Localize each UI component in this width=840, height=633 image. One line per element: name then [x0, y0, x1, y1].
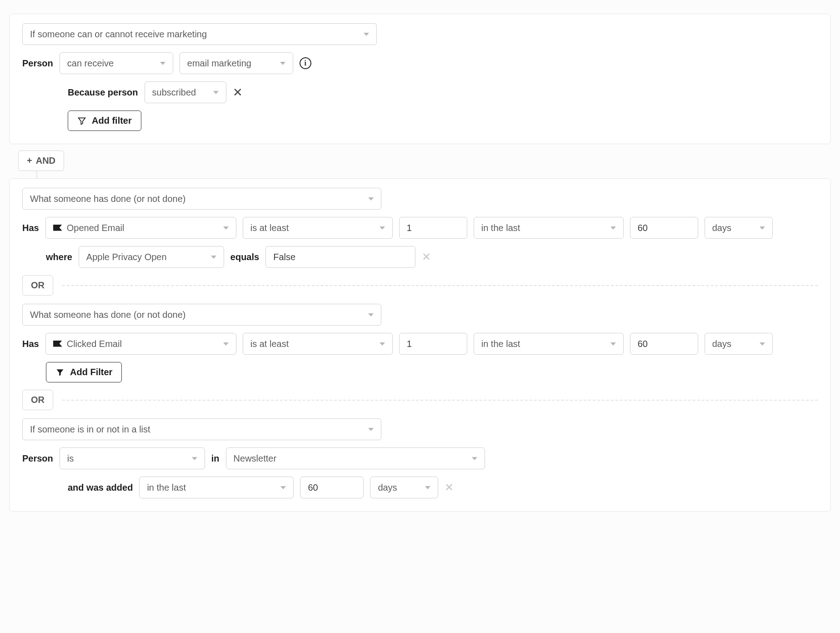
added-label: and was added	[68, 482, 133, 493]
or-separator: OR	[22, 390, 818, 410]
chevron-down-icon	[380, 226, 385, 230]
chevron-down-icon	[223, 226, 229, 230]
chevron-down-icon	[380, 342, 385, 346]
or-separator: OR	[22, 275, 818, 296]
has-label: Has	[22, 223, 39, 233]
person-label: Person	[22, 453, 53, 464]
chevron-down-icon	[760, 342, 765, 346]
in-label: in	[211, 453, 220, 464]
chevron-down-icon	[211, 256, 216, 259]
chevron-down-icon	[368, 313, 374, 316]
or-badge[interactable]: OR	[22, 275, 53, 296]
chevron-down-icon	[368, 428, 374, 431]
range-select[interactable]: in the last	[474, 333, 624, 355]
chevron-down-icon	[280, 62, 285, 65]
chevron-down-icon	[472, 457, 477, 460]
dash-line	[62, 285, 818, 286]
flag-icon	[53, 225, 62, 231]
range-select[interactable]: in the last	[139, 477, 294, 498]
chevron-down-icon	[213, 91, 219, 94]
count-input[interactable]: 1	[399, 333, 467, 355]
chevron-down-icon	[610, 226, 616, 230]
list-select[interactable]: Newsletter	[226, 447, 485, 469]
dash-line	[62, 400, 818, 401]
remove-added-icon[interactable]: ✕	[445, 481, 454, 494]
range-n-input[interactable]: 60	[630, 333, 698, 355]
remove-because-icon[interactable]: ✕	[233, 85, 243, 100]
condition-type-select[interactable]: If someone is in or not in a list	[22, 418, 381, 440]
range-n-input[interactable]: 60	[300, 477, 364, 498]
count-input[interactable]: 1	[399, 217, 467, 239]
and-join-button[interactable]: + AND	[18, 151, 64, 171]
chevron-down-icon	[223, 342, 229, 346]
can-receive-select[interactable]: can receive	[60, 52, 173, 74]
because-label: Because person	[68, 87, 138, 98]
event-select[interactable]: Opened Email	[45, 217, 236, 239]
chevron-down-icon	[280, 486, 286, 489]
condition-type-select[interactable]: What someone has done (or not done)	[22, 304, 381, 326]
condition-group-2: What someone has done (or not done) Has …	[9, 178, 831, 512]
channel-select[interactable]: email marketing	[180, 52, 293, 74]
remove-where-icon[interactable]: ✕	[422, 251, 431, 263]
because-select[interactable]: subscribed	[145, 81, 226, 103]
person-label: Person	[22, 58, 53, 69]
add-filter-button[interactable]: Add filter	[68, 111, 141, 131]
condition-type-label: If someone can or cannot receive marketi…	[30, 29, 357, 40]
flag-icon	[53, 341, 62, 347]
equals-label: equals	[230, 252, 259, 262]
chevron-down-icon	[192, 457, 197, 460]
event-select[interactable]: Clicked Email	[45, 333, 236, 355]
operator-select[interactable]: is at least	[243, 333, 393, 355]
where-prop-select[interactable]: Apple Privacy Open	[79, 246, 224, 268]
chevron-down-icon	[160, 62, 165, 65]
chevron-down-icon	[368, 197, 374, 201]
chevron-down-icon	[610, 342, 616, 346]
has-label: Has	[22, 339, 39, 349]
condition-type-select[interactable]: If someone can or cannot receive marketi…	[22, 23, 377, 45]
funnel-icon	[77, 116, 86, 126]
info-icon[interactable]: i	[300, 57, 311, 69]
condition-type-select[interactable]: What someone has done (or not done)	[22, 188, 381, 210]
connector-line	[36, 171, 37, 178]
chevron-down-icon	[364, 33, 369, 36]
is-select[interactable]: is	[60, 447, 205, 469]
plus-icon: +	[27, 156, 32, 166]
where-value-input[interactable]: False	[265, 246, 415, 268]
operator-select[interactable]: is at least	[243, 217, 393, 239]
add-filter-button[interactable]: Add Filter	[46, 362, 122, 382]
condition-group-1: If someone can or cannot receive marketi…	[9, 14, 831, 144]
unit-select[interactable]: days	[370, 477, 438, 498]
funnel-icon	[55, 368, 65, 377]
unit-select[interactable]: days	[705, 333, 773, 355]
or-badge[interactable]: OR	[22, 390, 53, 410]
range-select[interactable]: in the last	[474, 217, 624, 239]
chevron-down-icon	[425, 486, 430, 489]
range-n-input[interactable]: 60	[630, 217, 698, 239]
unit-select[interactable]: days	[705, 217, 773, 239]
chevron-down-icon	[760, 226, 765, 230]
where-label: where	[46, 252, 72, 262]
